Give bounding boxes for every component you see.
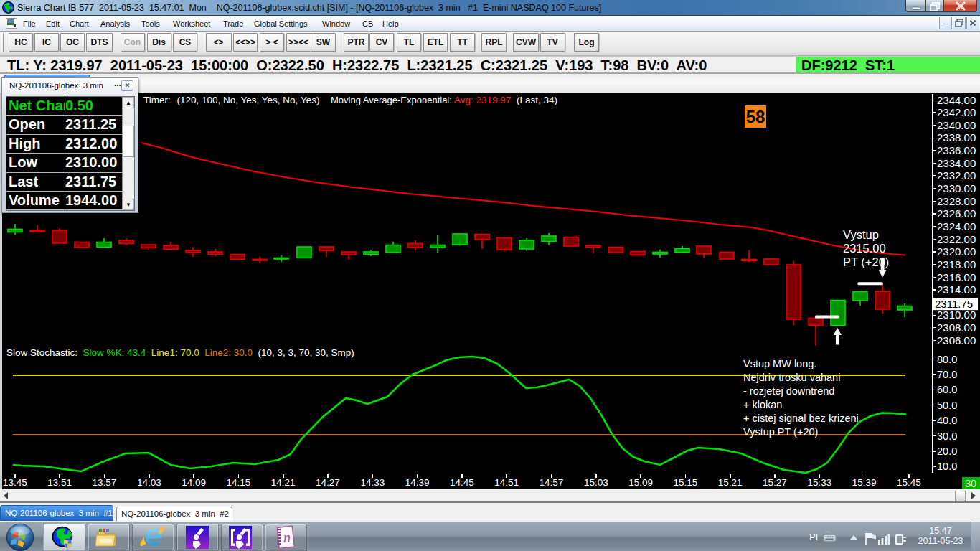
svg-text:13:45: 13:45 (3, 477, 27, 488)
svg-text:2311.75: 2311.75 (935, 298, 973, 310)
svg-text:+ klokan: + klokan (743, 399, 782, 410)
svg-text:2326.00: 2326.00 (937, 207, 976, 220)
svg-text:14:57: 14:57 (540, 477, 564, 488)
svg-text:14:15: 14:15 (227, 477, 251, 488)
svg-text:Avg: 2319.97: Avg: 2319.97 (454, 95, 511, 105)
svg-text:2310.00: 2310.00 (937, 309, 976, 321)
svg-text:n: n (283, 529, 291, 545)
svg-text:15:45: 15:45 (897, 477, 921, 488)
svg-text:Slow Stochastic: Slow %K: 43.: Slow Stochastic: Slow %K: 43.4 Line1: 70… (6, 347, 354, 358)
svg-text:14:51: 14:51 (494, 477, 519, 488)
svg-text:15:27: 15:27 (763, 477, 787, 488)
svg-text:15:21: 15:21 (718, 477, 743, 488)
svg-text:(120, 100, No, Yes, Yes, No, Y: (120, 100, No, Yes, Yes, No, Yes) (177, 95, 320, 105)
svg-text:- rozjetej downtrend: - rozjetej downtrend (743, 385, 834, 397)
svg-text:2330.00: 2330.00 (937, 182, 976, 194)
svg-text:2316.00: 2316.00 (937, 271, 976, 283)
svg-text:2308.00: 2308.00 (937, 321, 976, 334)
svg-text:PT (+20): PT (+20) (843, 255, 889, 268)
svg-text:2328.00: 2328.00 (937, 195, 976, 207)
svg-text:2320.00: 2320.00 (937, 245, 976, 258)
svg-text:(Last, 34): (Last, 34) (517, 95, 557, 105)
svg-text:2322.00: 2322.00 (937, 233, 976, 245)
svg-text:2340.00: 2340.00 (937, 119, 976, 131)
svg-text:14:39: 14:39 (405, 477, 430, 488)
svg-text:30.0: 30.0 (937, 430, 957, 442)
svg-text:2336.00: 2336.00 (937, 144, 976, 156)
svg-text:2324.00: 2324.00 (937, 220, 976, 232)
svg-text:30: 30 (965, 478, 976, 489)
svg-text:2344.00: 2344.00 (937, 94, 976, 106)
svg-text:2342.00: 2342.00 (937, 106, 976, 118)
svg-text:15:03: 15:03 (584, 477, 608, 488)
svg-text:70.0: 70.0 (937, 369, 957, 380)
svg-text:50.0: 50.0 (937, 400, 957, 411)
svg-text:15:09: 15:09 (628, 477, 653, 488)
svg-text:14:45: 14:45 (450, 477, 474, 488)
svg-text:10.0: 10.0 (937, 461, 957, 472)
svg-text:Moving Average-Exponential:: Moving Average-Exponential: (331, 95, 452, 105)
svg-text:Vystup: Vystup (843, 228, 879, 241)
svg-text:2306.00: 2306.00 (937, 334, 976, 347)
svg-text:15:33: 15:33 (807, 477, 831, 488)
svg-text:13:57: 13:57 (93, 477, 117, 488)
svg-text:Vystup PT (+20): Vystup PT (+20) (743, 426, 818, 438)
svg-text:Nejdriv trosku vahani: Nejdriv trosku vahani (743, 372, 840, 383)
svg-text:14:09: 14:09 (182, 477, 206, 488)
svg-text:15:15: 15:15 (674, 477, 698, 488)
svg-text:14:03: 14:03 (137, 477, 161, 488)
svg-text:80.0: 80.0 (937, 354, 957, 365)
svg-text:2334.00: 2334.00 (937, 157, 976, 169)
svg-text:Timer:: Timer: (143, 95, 171, 105)
svg-text:14:21: 14:21 (271, 477, 296, 488)
svg-text:20.0: 20.0 (937, 446, 957, 457)
svg-text:+ cistej signal bez krizeni: + cistej signal bez krizeni (743, 413, 859, 424)
svg-text:2314.00: 2314.00 (937, 283, 976, 296)
svg-text:2338.00: 2338.00 (937, 131, 976, 143)
svg-text:14:33: 14:33 (360, 477, 385, 488)
svg-text:2315.00: 2315.00 (843, 242, 886, 255)
svg-text:13:51: 13:51 (47, 477, 72, 488)
svg-text:2332.00: 2332.00 (937, 169, 976, 182)
svg-text:58: 58 (746, 107, 765, 126)
svg-text:60.0: 60.0 (937, 384, 957, 395)
svg-text:2318.00: 2318.00 (937, 258, 976, 270)
svg-text:15:39: 15:39 (852, 477, 877, 488)
svg-text:14:27: 14:27 (316, 477, 340, 488)
svg-text:Vstup MW long.: Vstup MW long. (743, 358, 816, 369)
svg-text:40.0: 40.0 (937, 415, 957, 426)
